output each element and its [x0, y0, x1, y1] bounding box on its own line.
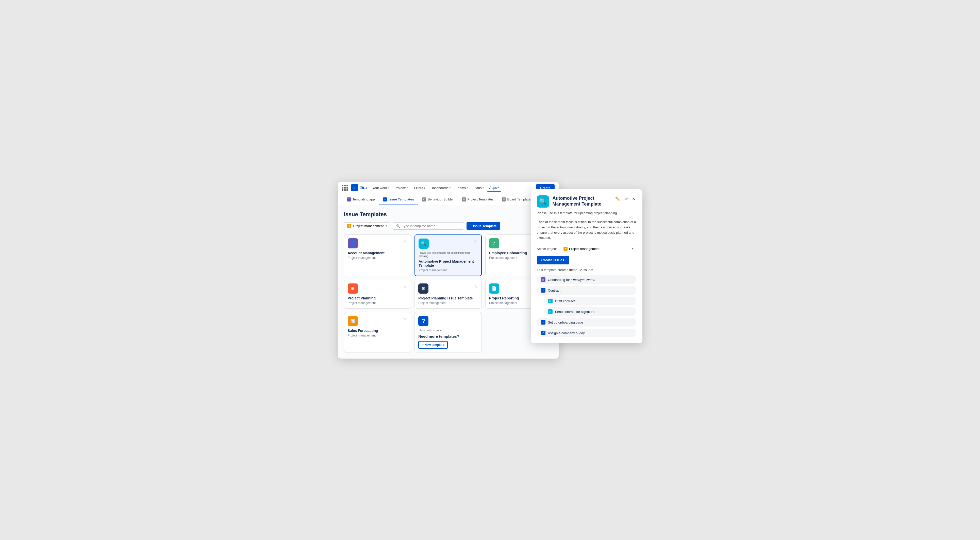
filter-label: Project management	[353, 224, 384, 228]
issue-label: Send contract for signature	[555, 310, 595, 314]
issue-list: ★ Onboarding for Employee Name ✓ Contrac…	[537, 275, 636, 337]
subnav-issue-templates[interactable]: ≡ Issue Templates	[379, 194, 418, 205]
star-button[interactable]: ☆	[402, 316, 407, 322]
issue-icon-blue-check: ✓	[541, 330, 546, 335]
card-sales-forecasting[interactable]: 📊 ☆ Sales Forecasting Project management	[344, 312, 411, 353]
subnav-project-templates[interactable]: ⊞ Project Templates	[458, 194, 498, 205]
panel-icon: 🔍	[537, 195, 549, 208]
sales-forecasting-icon: 📊	[348, 316, 358, 326]
automotive-icon: 🔍	[418, 238, 429, 249]
card-subtitle: Project management	[348, 301, 407, 305]
card-subtitle: Project management	[348, 334, 407, 337]
caret-icon: ▾	[498, 186, 499, 189]
need-more-title: Need more templates?	[418, 334, 459, 338]
issue-icon-blue-check: ✓	[541, 288, 546, 292]
toolbar: ★ Project management ▾ 🔍 + Issue Templat…	[344, 222, 552, 230]
list-item: ▷ Send contract for signature	[544, 307, 636, 316]
issue-icon-purple: ★	[541, 277, 546, 282]
project-filter-dropdown[interactable]: ★ Project management ▾	[344, 222, 391, 230]
panel-body-description: Each of these main tasks is critical to …	[537, 219, 636, 241]
star-panel-button[interactable]: ☆	[624, 195, 629, 202]
nav-item-teams[interactable]: Teams ▾	[453, 184, 470, 191]
jira-logo-icon: J	[351, 184, 358, 191]
page-title: Issue Templates	[344, 211, 552, 218]
nav-item-filters[interactable]: Filters ▾	[412, 184, 428, 191]
close-panel-button[interactable]: ✕	[631, 195, 636, 202]
nav-item-projects[interactable]: Projects ▾	[392, 184, 411, 191]
nav-item-plans[interactable]: Plans ▾	[471, 184, 486, 191]
grid-menu-icon[interactable]	[342, 185, 348, 191]
select-caret: ▾	[632, 247, 633, 251]
dropdown-caret: ▾	[385, 224, 387, 228]
card-title: Automotive Project Management Template	[418, 259, 478, 267]
nav-item-apps[interactable]: Apps ▾	[487, 184, 501, 192]
caret-icon: ▾	[449, 186, 450, 189]
search-box[interactable]: 🔍	[393, 222, 464, 230]
search-icon: 🔍	[396, 224, 400, 228]
template-grid: 👤 ☆ Account Management Project managemen…	[344, 235, 552, 353]
issues-count-text: This template creates these 12 issues:	[537, 268, 636, 272]
card-header: ▦ ☆	[348, 283, 407, 294]
card-header: 🔍 ☆	[418, 238, 478, 249]
nav-items: Your work ▾ Projects ▾ Filters ▾ Dashboa…	[370, 184, 533, 192]
nav-item-your-work[interactable]: Your work ▾	[370, 184, 391, 191]
select-project-row: Select project: ★ Project management ▾	[537, 245, 636, 252]
caret-icon: ▾	[388, 186, 389, 189]
star-button[interactable]: ☆	[473, 238, 478, 245]
star-button[interactable]: ☆	[473, 283, 478, 289]
jira-logo-text: Jira	[360, 186, 367, 190]
new-template-button[interactable]: + New template	[418, 341, 448, 349]
card-subtitle: Project management	[418, 268, 478, 272]
issue-label: Set up onboarding page	[548, 321, 583, 324]
list-item: ✓ Contract	[537, 286, 636, 295]
star-button[interactable]: ☆	[402, 238, 407, 244]
card-subtitle: Project management	[418, 301, 478, 305]
project-select-dropdown[interactable]: ★ Project management ▾	[561, 245, 636, 252]
card-project-planning[interactable]: ▦ ☆ Project Planning Project management	[344, 280, 411, 308]
add-template-button[interactable]: + Issue Template	[466, 222, 500, 230]
card-need-more: ? This could be yours Need more template…	[415, 312, 482, 353]
card-account-management[interactable]: 👤 ☆ Account Management Project managemen…	[344, 235, 411, 276]
account-management-icon: 👤	[348, 238, 358, 248]
subnav-templating-app[interactable]: T Templating.app	[343, 194, 379, 205]
project-select-text: Project management	[569, 247, 600, 251]
search-input[interactable]	[402, 224, 461, 228]
caret-icon: ▾	[407, 186, 409, 189]
card-header: ⊞ ☆	[418, 283, 478, 294]
card-header: 👤 ☆	[348, 238, 407, 248]
issue-italic-part: Employee Name	[571, 278, 595, 282]
subnav-behaviour-builder[interactable]: ⊡ Behaviour Builder	[418, 194, 458, 205]
board-templates-icon: ⊟	[502, 197, 506, 202]
caret-icon: ▾	[482, 186, 484, 189]
sub-nav: T Templating.app ≡ Issue Templates ⊡ Beh…	[338, 194, 558, 205]
navbar: J Jira Your work ▾ Projects ▾ Filters ▾ …	[338, 182, 558, 194]
card-preview-text: Please use this template for upcoming pr…	[418, 251, 478, 258]
jira-window: J Jira Your work ▾ Projects ▾ Filters ▾ …	[338, 182, 558, 359]
card-title: Sales Forecasting	[348, 329, 407, 333]
jira-logo[interactable]: J Jira	[351, 184, 367, 191]
card-project-planning-issue[interactable]: ⊞ ☆ Project Planning Issue Template Proj…	[415, 280, 482, 308]
issue-label: Onboarding for Employee Name	[548, 278, 595, 282]
need-more-label: This could be yours	[418, 329, 442, 332]
panel-title-text: Automotive Project Management Template	[552, 195, 614, 207]
panel-header: 🔍 Automotive Project Management Template…	[537, 195, 636, 208]
caret-icon: ▾	[424, 186, 425, 189]
card-title: Project Planning Issue Template	[418, 296, 478, 300]
project-planning-icon: ▦	[348, 283, 358, 294]
create-issues-button[interactable]: Create issues	[537, 256, 569, 264]
star-button[interactable]: ☆	[402, 283, 407, 289]
list-item: ✓ Set up onboarding page	[537, 318, 636, 327]
issue-icon-teal-sub: ▷	[548, 309, 552, 314]
nav-item-dashboards[interactable]: Dashboards ▾	[428, 184, 453, 191]
onboarding-icon: ✓	[489, 238, 499, 248]
panel-actions: ✏️ ☆ ✕	[614, 195, 636, 202]
panel-title-group: 🔍 Automotive Project Management Template	[537, 195, 614, 208]
select-project-label: Select project:	[537, 247, 558, 251]
edit-button[interactable]: ✏️	[614, 195, 621, 202]
subnav-board-templates[interactable]: ⊟ Board Templates	[498, 194, 536, 205]
panel-title: Automotive Project Management Template	[552, 195, 614, 207]
behaviour-builder-icon: ⊡	[422, 197, 426, 202]
issue-label: Draft contract	[555, 299, 575, 303]
caret-icon: ▾	[466, 186, 468, 189]
card-automotive-project[interactable]: 🔍 ☆ Please use this template for upcomin…	[415, 235, 482, 276]
